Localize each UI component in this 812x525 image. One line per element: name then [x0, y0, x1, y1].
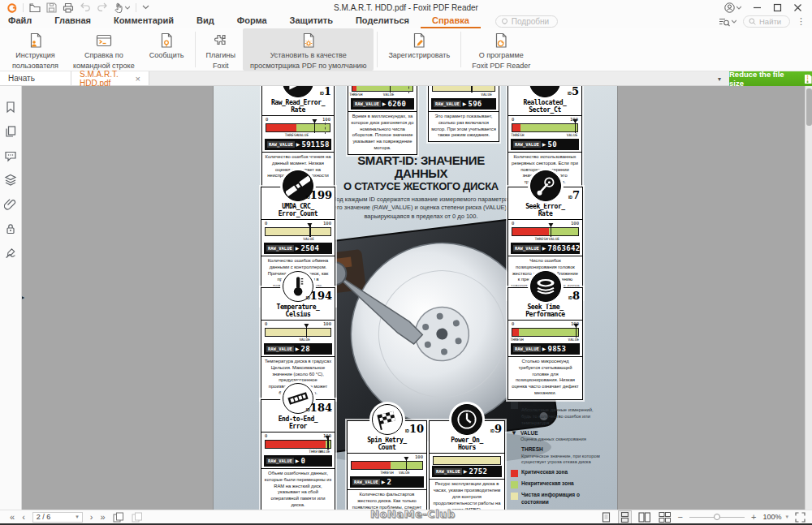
last-page-button[interactable]: » [100, 513, 105, 522]
attribute-description: Ресурс эксплуатации диска в часах, указа… [430, 479, 504, 510]
attachments-icon[interactable] [4, 198, 17, 211]
tab-document[interactable]: S.M.A.R.T. HDD.pdf × [71, 71, 149, 85]
disk-head-icon [283, 86, 313, 97]
close-button[interactable] [793, 3, 802, 12]
advanced-search-icon[interactable] [719, 17, 736, 27]
menu-item-5[interactable]: Защитить [279, 15, 344, 28]
tell-me-icon [501, 18, 508, 25]
save-icon[interactable] [46, 2, 57, 13]
tab-list-caret-icon[interactable]: ▾ [718, 71, 721, 86]
undo-icon[interactable] [80, 2, 91, 12]
page-number-input[interactable]: 2 / 6▾ [32, 512, 83, 523]
reduce-file-size-button[interactable]: Reduce the file size [729, 71, 812, 86]
menu-item-1[interactable]: Главная [43, 15, 102, 28]
clock-icon [451, 404, 482, 435]
value-label: VALUE [481, 93, 492, 97]
smart-id-label: ID8 [568, 289, 580, 302]
tab-document-label: S.M.A.R.T. HDD.pdf [80, 70, 131, 88]
security-icon[interactable] [4, 222, 17, 235]
value-marker-icon: ▼ [511, 430, 517, 437]
next-view-icon[interactable] [132, 512, 143, 523]
ribbon-button-6[interactable]: О программеFoxit PDF Reader [464, 28, 538, 71]
scrollbar-thumb[interactable] [806, 88, 812, 126]
close-tab-icon[interactable]: × [136, 74, 140, 84]
maximize-button[interactable] [773, 3, 782, 12]
customize-toolbar-icon[interactable] [142, 5, 149, 10]
ribbon-button-4[interactable]: Установить в качествепросмотрщика PDF по… [243, 28, 374, 71]
menu-bar: ФайлГлавнаяКомментарийВидФормаЗащититьПо… [0, 15, 812, 28]
ribbon-button-5[interactable]: Зарегистрировать [381, 28, 457, 71]
smart-id-label: ID7 [568, 188, 580, 201]
first-page-button[interactable]: « [10, 513, 15, 522]
layers-icon[interactable] [4, 174, 17, 187]
continuous-view-icon[interactable] [619, 511, 631, 523]
ribbon-button-2[interactable]: Сообщить [142, 28, 192, 71]
ribbon-separator [460, 32, 461, 67]
zoom-level-select[interactable]: 100%▾ [762, 513, 788, 521]
risk-gauge: 0100THRESHVALUE [508, 220, 582, 242]
document-area[interactable]: ▶ [22, 86, 812, 510]
digital-signatures-icon[interactable] [4, 247, 17, 260]
menu-item-7[interactable]: Справка [421, 15, 481, 28]
smart-id-label: ID1 [320, 86, 331, 97]
fit-window-icon[interactable] [795, 512, 806, 523]
redo-icon[interactable] [97, 2, 108, 12]
minimize-button[interactable] [753, 3, 762, 12]
print-icon[interactable] [63, 2, 74, 13]
bookmark-icon[interactable] [4, 101, 17, 114]
more-options-icon[interactable]: ⋮ [797, 16, 806, 27]
document-tab-bar: Начать S.M.A.R.T. HDD.pdf × ▾ Reduce the… [0, 71, 812, 86]
ribbon-button-label: Плагины [206, 51, 235, 60]
menu-item-6[interactable]: Поделиться [344, 15, 421, 28]
legend-item: ▼VALUEОценка данных сканирования [511, 430, 602, 443]
tab-start[interactable]: Начать [0, 71, 71, 85]
account-icon[interactable] [724, 2, 741, 13]
compress-file-icon [804, 74, 812, 84]
panel-expand-arrow[interactable]: ▶ [22, 294, 24, 301]
zoom-slider[interactable] [689, 517, 745, 518]
smart-id-label: ID10 [405, 422, 424, 435]
menu-item-2[interactable]: Комментарий [102, 15, 185, 28]
attribute-name: Seek_Time_Performance [508, 302, 582, 321]
continuous-facing-view-icon[interactable] [658, 511, 672, 523]
noncritical-zone [519, 329, 578, 336]
previous-page-button[interactable]: ‹ [22, 513, 25, 522]
risk-gauge: VALUE [429, 86, 499, 97]
attribute-description: Это параметр показывает, сколько раз вкл… [429, 111, 499, 141]
pdf-page[interactable]: SMART-ID: ЗНАЧЕНИЕ ДАННЫХ О СТАТУСЕ ЖЕСТ… [214, 86, 617, 510]
ribbon-button-3[interactable]: ПлагиныFoxit [199, 28, 243, 71]
ribbon-button-0[interactable]: Инструкцияпользователя [5, 28, 66, 71]
raw-value: 50 [547, 140, 556, 148]
facing-view-icon[interactable] [637, 511, 651, 523]
hand-tool-icon[interactable] [114, 2, 130, 13]
value-marker-head [312, 119, 317, 126]
raw-value: 2504 [300, 244, 319, 252]
previous-view-icon[interactable] [113, 512, 124, 523]
smart-card-partial-2: VALUERAW_VALUE▶596Это параметр показывае… [428, 86, 499, 142]
find-input[interactable]: Найти [743, 15, 790, 28]
value-marker-head [325, 436, 330, 442]
ribbon-button-1[interactable]: Справка покомандной строке [66, 28, 142, 71]
tell-me-box[interactable]: Подробни [495, 15, 558, 28]
zoom-slider-thumb[interactable] [714, 514, 720, 520]
raw-value-row: RAW_VALUE▶6260 [351, 98, 414, 110]
page-thumbnails-icon[interactable] [4, 125, 17, 138]
main-area: ▶ [0, 86, 812, 510]
open-file-icon[interactable] [29, 2, 41, 13]
zoom-out-button[interactable]: − [678, 513, 683, 522]
critical-zone [512, 124, 520, 131]
raw-value: 28 [300, 345, 309, 353]
menu-item-4[interactable]: Форма [226, 15, 279, 28]
noncritical-zone [520, 124, 577, 131]
zoom-in-button[interactable]: + [751, 513, 756, 522]
menu-item-0[interactable]: Файл [8, 15, 43, 28]
next-page-button[interactable]: › [90, 513, 93, 522]
comments-icon[interactable] [4, 149, 17, 162]
smart-card-9: ID9Power_On_HoursRAW_VALUE▶2752Ресурс эк… [429, 420, 505, 510]
single-page-view-icon[interactable] [600, 511, 612, 523]
legend-item: Некритическая зона [511, 480, 602, 488]
attribute-description: Количество фальстартов жесткого диска. К… [348, 489, 426, 510]
menu-item-3[interactable]: Вид [185, 15, 226, 28]
vertical-scrollbar[interactable] [805, 86, 812, 510]
infographic-subtitle: Под каждым ID содержатся название измеря… [330, 196, 512, 222]
